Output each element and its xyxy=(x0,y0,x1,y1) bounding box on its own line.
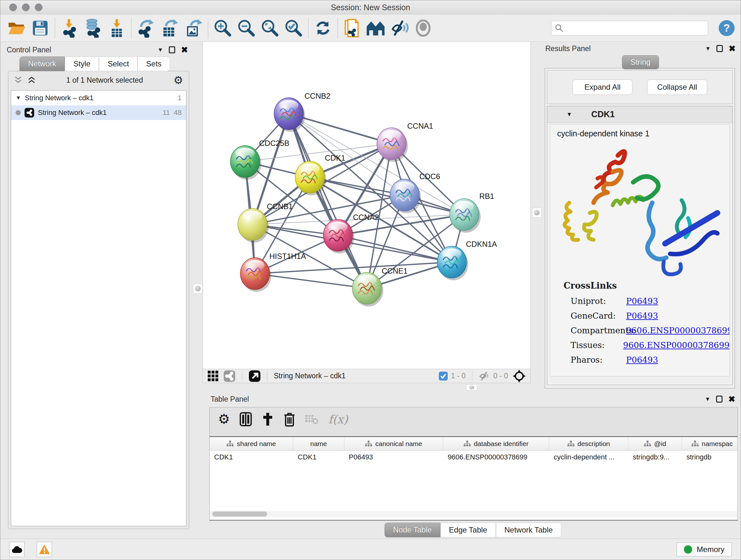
network-edge[interactable] xyxy=(338,235,452,262)
string-import-icon[interactable] xyxy=(340,17,364,39)
network-node-CCNA2[interactable] xyxy=(323,219,354,253)
tab-select[interactable]: Select xyxy=(99,57,138,71)
table-panel-menu-icon[interactable]: ▼ xyxy=(704,396,711,402)
import-network-from-database-icon[interactable] xyxy=(81,17,105,39)
network-node-CDK1[interactable] xyxy=(295,161,326,195)
crosslink-link[interactable]: 9606.ENSP00000378699 xyxy=(626,323,730,338)
network-node-CCNE1[interactable] xyxy=(352,272,383,307)
show-hide-icon[interactable] xyxy=(388,17,411,39)
crosslink-label: Pharos: xyxy=(563,353,626,367)
left-splitter-handle[interactable] xyxy=(193,284,203,294)
search-box[interactable] xyxy=(551,21,708,36)
shared-column-icon xyxy=(567,441,575,447)
collapse-all-button[interactable]: Collapse All xyxy=(647,79,707,95)
export-image-icon[interactable] xyxy=(182,17,205,39)
network-row[interactable]: String Network – cdk1 11 48 xyxy=(11,105,186,120)
toolbar-separator xyxy=(131,18,132,38)
table-row[interactable]: CDK1CDK1P064939606.ENSP00000378699cyclin… xyxy=(210,450,738,464)
birdseye-view-icon[interactable] xyxy=(223,370,235,382)
delete-table-icon[interactable] xyxy=(305,414,319,425)
crosslink-link[interactable]: P06493 xyxy=(626,294,658,308)
expand-all-button[interactable]: Expand All xyxy=(572,79,632,95)
zoom-fit-icon[interactable] xyxy=(258,17,282,39)
open-file-icon[interactable] xyxy=(5,17,28,39)
tab-edge-table[interactable]: Edge Table xyxy=(441,523,496,537)
network-node-CCNA1[interactable] xyxy=(377,128,408,162)
table-hscrollbar-thumb[interactable] xyxy=(212,511,267,516)
results-panel-menu-icon[interactable]: ▼ xyxy=(705,45,711,52)
tab-network[interactable]: Network xyxy=(19,57,65,71)
shared-column-icon xyxy=(464,441,471,447)
network-node-CDC25B[interactable] xyxy=(230,145,261,180)
save-session-icon[interactable] xyxy=(28,17,52,39)
column-header-namespac[interactable]: namespac xyxy=(682,437,741,450)
expand-all-icon[interactable] xyxy=(27,76,36,84)
tab-sets[interactable]: Sets xyxy=(138,57,170,71)
network-edge[interactable] xyxy=(289,114,367,288)
refresh-view-icon[interactable] xyxy=(311,17,335,39)
table-settings-gear-icon[interactable]: ⚙ xyxy=(218,413,230,426)
network-node-HIST1H1A[interactable] xyxy=(240,258,271,292)
help-icon[interactable]: ? xyxy=(717,17,736,39)
create-column-icon[interactable] xyxy=(261,412,274,426)
warning-button[interactable] xyxy=(37,542,52,557)
function-builder-icon[interactable]: f(x) xyxy=(328,413,348,426)
gene-hscrollbar[interactable] xyxy=(550,378,730,383)
tab-string[interactable]: String xyxy=(622,55,659,69)
network-node-CCNB2[interactable] xyxy=(274,98,305,132)
export-network-to-file-icon[interactable] xyxy=(134,17,158,39)
column-header-label: @id xyxy=(654,440,666,448)
grid-view-icon[interactable] xyxy=(207,370,219,382)
tab-node-table[interactable]: Node Table xyxy=(385,523,441,537)
column-header-canonical-name[interactable]: canonical name xyxy=(344,437,443,450)
search-input[interactable] xyxy=(563,23,704,33)
export-view-icon[interactable] xyxy=(249,370,261,382)
control-panel-close-icon[interactable]: ✖ xyxy=(181,47,188,53)
control-panel-menu-icon[interactable]: ▼ xyxy=(157,47,163,53)
results-panel-float-icon[interactable] xyxy=(717,45,723,52)
network-node-CDKN1A[interactable] xyxy=(437,246,468,280)
first-neighbors-icon[interactable] xyxy=(364,17,388,39)
crosslink-link[interactable]: 9606.ENSP00000378699 xyxy=(623,338,730,353)
crosslink-row: Uniprot:P06493 xyxy=(563,294,730,308)
crosshair-icon[interactable] xyxy=(513,369,526,383)
control-panel-float-icon[interactable] xyxy=(169,46,175,53)
import-table-from-file-icon[interactable] xyxy=(105,17,129,39)
column-header-name[interactable]: name xyxy=(293,437,344,450)
collection-expand-icon[interactable]: ▼ xyxy=(16,95,21,101)
column-header-description[interactable]: description xyxy=(549,437,628,450)
birdseye-icon[interactable] xyxy=(411,17,435,39)
network-collection-row[interactable]: ▼ String Network – cdk1 1 xyxy=(11,91,186,105)
network-edge[interactable] xyxy=(255,273,367,288)
right-splitter-handle[interactable] xyxy=(532,208,542,217)
crosslink-link[interactable]: P06493 xyxy=(626,308,658,323)
cloud-status-button[interactable] xyxy=(9,542,24,557)
tab-network-table[interactable]: Network Table xyxy=(496,523,562,537)
network-options-gear-icon[interactable]: ⚙ xyxy=(174,74,183,86)
crosslink-link[interactable]: P06493 xyxy=(626,353,658,367)
network-canvas[interactable]: CCNB2CCNA1CDC25BCDK1CDC6RB1CCNB1CCNA2CDK… xyxy=(203,42,531,369)
selected-checkbox-icon[interactable] xyxy=(439,372,448,381)
bottom-splitter-handle[interactable] xyxy=(466,385,477,390)
memory-button[interactable]: Memory xyxy=(677,543,732,557)
results-panel-close-icon[interactable]: ✖ xyxy=(729,45,736,52)
column-header-shared-name[interactable]: shared name xyxy=(210,437,293,450)
zoom-out-icon[interactable] xyxy=(234,17,258,39)
table-hscrollbar[interactable] xyxy=(210,511,738,517)
import-network-from-file-icon[interactable] xyxy=(58,17,81,39)
table-panel-close-icon[interactable]: ✖ xyxy=(728,396,735,402)
show-columns-icon[interactable] xyxy=(240,412,252,426)
zoom-selected-icon[interactable] xyxy=(282,17,306,39)
export-table-to-file-icon[interactable] xyxy=(158,17,182,39)
network-node-RB1[interactable] xyxy=(450,199,481,233)
gene-collapse-icon[interactable]: ▼ xyxy=(566,111,572,118)
collapse-all-icon[interactable] xyxy=(14,76,22,84)
table-panel-float-icon[interactable] xyxy=(716,395,723,402)
tab-style[interactable]: Style xyxy=(65,57,99,71)
column-header-@id[interactable]: @id xyxy=(628,437,682,450)
node-label-CCNB1: CCNB1 xyxy=(267,202,293,211)
network-node-CDC6[interactable] xyxy=(390,179,421,213)
zoom-in-icon[interactable] xyxy=(211,17,234,39)
column-header-database-identifier[interactable]: database identifier xyxy=(443,437,549,450)
delete-column-icon[interactable] xyxy=(284,412,295,427)
